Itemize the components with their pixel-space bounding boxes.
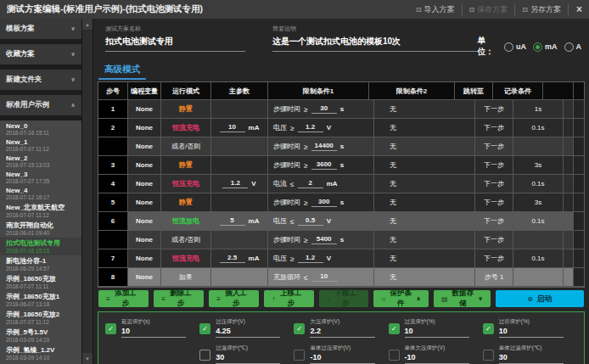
- cell-limit2[interactable]: 无: [374, 193, 475, 211]
- cell-jump-to[interactable]: 下一步: [475, 249, 513, 267]
- protection-value-input[interactable]: 4.25: [216, 326, 280, 338]
- sidebar-plan-item[interactable]: New_2 2018-07-15 13:03: [0, 154, 81, 170]
- cell-limit2[interactable]: 无: [374, 231, 475, 249]
- sidebar-plan-item[interactable]: 南京开翔自动化 2018-06-01 09:40: [0, 220, 81, 238]
- protection-value-input[interactable]: 10: [405, 326, 469, 338]
- cell-limit1[interactable]: 充放循环 ≤ 10: [268, 268, 374, 286]
- sidebar-plan-item[interactable]: New_4 2018-07-12 16:17: [0, 186, 81, 202]
- cell-jump-to[interactable]: 下一步: [475, 119, 513, 137]
- cell-run-mode[interactable]: 静置: [161, 156, 211, 174]
- cell-programming-variable[interactable]: None: [128, 137, 161, 155]
- sidebar-plan-item[interactable]: 示例_18650充放1 2018-06-07 13:18: [0, 291, 81, 309]
- checkbox[interactable]: ✓: [483, 323, 494, 334]
- cell-limit1[interactable]: 电流 ≤ 2 mA: [268, 175, 374, 193]
- checkbox[interactable]: ✓: [294, 323, 305, 334]
- cell-main-param[interactable]: 5 mA: [211, 212, 268, 230]
- unit-radio[interactable]: A: [564, 42, 582, 52]
- cell-limit1[interactable]: 电压 ≥ 1.2 V: [268, 249, 374, 267]
- limit1-value-input[interactable]: 10: [311, 272, 337, 282]
- cell-limit1[interactable]: 步骤时间 ≥ 14400 s: [268, 137, 374, 155]
- titlebar-action-button[interactable]: ⊡ 另存方案: [514, 4, 568, 15]
- protection-value-input[interactable]: 30: [499, 352, 564, 364]
- cell-programming-variable[interactable]: None: [128, 268, 161, 286]
- checkbox[interactable]: [483, 350, 494, 361]
- cell-jump-to[interactable]: 下一步: [475, 212, 513, 230]
- limit1-value-input[interactable]: 30: [311, 104, 337, 114]
- table-row[interactable]: 2 None 恒流充电 10 mA 电压 ≥ 1.2: [98, 119, 584, 137]
- limit1-value-input[interactable]: 1.2: [298, 123, 323, 132]
- checkbox[interactable]: [199, 350, 210, 361]
- toolbar-button[interactable]: ▤ 数据存储 ∨: [434, 290, 491, 307]
- cell-main-param[interactable]: 1.2 V: [211, 175, 268, 193]
- sidebar-section-header[interactable]: 标准用户示例 ∧: [0, 95, 81, 115]
- sidebar-plan-item[interactable]: New_3 2018-07-07 17:35: [0, 170, 81, 186]
- limit1-value-input[interactable]: 2: [298, 179, 323, 188]
- cell-main-param[interactable]: [211, 268, 268, 286]
- cell-limit1[interactable]: 步骤时间 ≥ 300 s: [268, 193, 374, 211]
- sidebar-plan-item[interactable]: 示例_18650充放2 2018-07-07 11:12: [0, 309, 81, 327]
- unit-radio[interactable]: mA: [533, 42, 558, 52]
- protection-value-input[interactable]: 30: [216, 352, 280, 364]
- cell-limit2[interactable]: 无: [374, 137, 475, 155]
- cell-main-param[interactable]: [211, 137, 268, 155]
- protection-value-input[interactable]: 10: [121, 326, 186, 338]
- cell-record-condition[interactable]: [513, 137, 564, 155]
- cell-main-param[interactable]: [211, 193, 268, 211]
- sidebar-plan-item[interactable]: New_北京航天航空 2018-07-07 11:12: [0, 202, 81, 220]
- protection-value-input[interactable]: 2.2: [310, 326, 374, 338]
- cell-programming-variable[interactable]: None: [128, 119, 161, 137]
- cell-record-condition[interactable]: 0.1s: [513, 212, 564, 230]
- cell-programming-variable[interactable]: None: [128, 249, 161, 267]
- cell-limit1[interactable]: 步骤时间 ≥ 30 s: [268, 100, 374, 118]
- cell-jump-to[interactable]: 下一步: [475, 175, 513, 193]
- plan-name-input[interactable]: 扣式电池测试专用: [105, 36, 245, 52]
- checkbox[interactable]: [294, 350, 305, 361]
- cell-main-param[interactable]: [211, 100, 268, 118]
- cell-record-condition[interactable]: 0.1s: [513, 119, 564, 137]
- limit1-value-input[interactable]: 300: [311, 198, 337, 207]
- table-row[interactable]: 5 None 静置 步骤时间 ≥ 300: [98, 193, 584, 212]
- table-row[interactable]: 6 None 恒流放电 5 mA 电压 ≤ 0.5: [98, 212, 584, 231]
- cell-main-param[interactable]: 2.5 mA: [211, 249, 268, 267]
- toolbar-button[interactable]: ↑ 上移工步: [264, 290, 314, 307]
- cell-run-mode[interactable]: 恒流放电: [161, 212, 211, 230]
- scroll-down-icon[interactable]: ▼: [82, 353, 93, 364]
- sidebar-plan-item[interactable]: 示例_18650充放 2018-07-07 11:11: [0, 273, 81, 291]
- limit1-value-input[interactable]: 0.5: [298, 216, 323, 226]
- cell-jump-to[interactable]: 下一步: [475, 231, 513, 249]
- sidebar-plan-item[interactable]: New_0 2018-07-16 15:11: [0, 121, 81, 137]
- param-value-input[interactable]: 2.5: [220, 254, 245, 263]
- tab-advanced-mode[interactable]: 高级模式: [98, 63, 146, 80]
- param-value-input[interactable]: 10: [220, 123, 245, 132]
- cell-programming-variable[interactable]: None: [128, 175, 161, 193]
- cell-programming-variable[interactable]: None: [128, 100, 161, 118]
- cell-record-condition[interactable]: 1s: [513, 100, 564, 118]
- limit1-value-input[interactable]: 1.2: [298, 254, 323, 263]
- toolbar-button[interactable]: ↓ 下移工步: [319, 290, 369, 307]
- titlebar-action-button[interactable]: ⊡ 保存方案: [462, 4, 515, 15]
- cell-jump-to[interactable]: 下一步: [475, 193, 513, 211]
- param-value-input[interactable]: 5: [220, 216, 245, 226]
- cell-record-condition[interactable]: [513, 231, 564, 249]
- cell-record-condition[interactable]: 0.1s: [513, 175, 564, 193]
- close-icon[interactable]: ×: [568, 3, 582, 15]
- sidebar-section-header[interactable]: 新建文件夹 ∨: [0, 70, 81, 90]
- checkbox[interactable]: ✓: [389, 323, 400, 334]
- cell-main-param[interactable]: [211, 231, 268, 249]
- table-row[interactable]: 3 None 静置 步骤时间 ≥ 3600: [98, 156, 584, 175]
- cell-jump-to[interactable]: 下一步: [475, 137, 513, 155]
- cell-run-mode[interactable]: 静置: [161, 193, 211, 211]
- scrollbar-track[interactable]: [82, 30, 93, 353]
- cell-record-condition[interactable]: 3s: [513, 193, 564, 211]
- cell-run-mode[interactable]: 静置: [161, 100, 211, 118]
- cell-run-mode[interactable]: 如果: [161, 268, 211, 286]
- cell-limit2[interactable]: 无: [374, 249, 475, 267]
- checkbox[interactable]: [389, 350, 400, 361]
- cell-run-mode[interactable]: 恒压充电: [161, 175, 211, 193]
- cell-main-param[interactable]: [211, 156, 268, 174]
- table-row[interactable]: 1 None 静置 步骤时间 ≥ 30: [98, 100, 584, 119]
- toolbar-button[interactable]: ≡ 添加工步: [98, 290, 149, 307]
- protection-value-input[interactable]: -10: [310, 352, 374, 364]
- cell-run-mode[interactable]: 恒流充电: [161, 249, 211, 267]
- cell-run-mode[interactable]: 或者/否则: [161, 231, 211, 249]
